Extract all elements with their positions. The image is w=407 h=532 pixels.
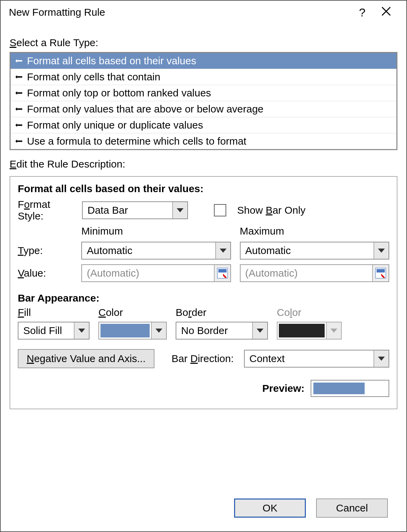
format-style-value: Data Bar bbox=[83, 204, 172, 216]
flag-icon bbox=[15, 123, 22, 128]
range-picker-button[interactable] bbox=[214, 265, 230, 281]
svg-marker-2 bbox=[15, 59, 22, 63]
min-value-field[interactable]: (Automatic) bbox=[81, 264, 231, 282]
chevron-down-icon bbox=[326, 322, 341, 339]
flag-icon bbox=[15, 139, 22, 144]
preview-bar bbox=[313, 383, 365, 394]
flag-icon bbox=[15, 107, 22, 111]
max-type-value: Automatic bbox=[241, 245, 374, 256]
min-type-value: Automatic bbox=[82, 245, 215, 256]
rule-type-item[interactable]: Use a formula to determine which cells t… bbox=[11, 133, 396, 149]
format-style-label: Format Style: bbox=[18, 199, 76, 222]
svg-marker-7 bbox=[15, 139, 22, 143]
format-style-combo[interactable]: Data Bar bbox=[82, 201, 188, 219]
preview-label: Preview: bbox=[262, 383, 304, 394]
bar-appearance-label: Bar Appearance: bbox=[18, 292, 389, 304]
bar-direction-value: Context bbox=[245, 353, 374, 364]
chevron-down-icon bbox=[215, 242, 230, 259]
rule-type-item[interactable]: Format only unique or duplicate values bbox=[11, 117, 396, 133]
bar-direction-combo[interactable]: Context bbox=[244, 350, 389, 368]
panel-title: Format all cells based on their values: bbox=[18, 183, 389, 195]
border-color-swatch bbox=[279, 324, 325, 337]
range-picker-icon bbox=[375, 267, 386, 279]
fill-color-combo[interactable] bbox=[98, 322, 167, 340]
chevron-down-icon bbox=[252, 322, 267, 339]
max-type-combo[interactable]: Automatic bbox=[240, 242, 390, 260]
close-icon bbox=[381, 6, 391, 16]
rule-type-text: Use a formula to determine which cells t… bbox=[27, 135, 246, 147]
rule-type-listbox[interactable]: Format all cells based on their values F… bbox=[10, 52, 397, 150]
fill-color-label: Color bbox=[98, 307, 167, 318]
range-picker-icon bbox=[217, 267, 228, 279]
max-value-field[interactable]: (Automatic) bbox=[240, 264, 390, 282]
ok-button[interactable]: OK bbox=[234, 498, 306, 518]
flag-icon bbox=[15, 75, 22, 79]
chevron-down-icon bbox=[74, 322, 89, 339]
chevron-down-icon bbox=[172, 202, 187, 218]
flag-icon bbox=[15, 58, 22, 63]
range-picker-button[interactable] bbox=[372, 265, 389, 281]
minimum-header: Minimum bbox=[81, 225, 231, 237]
titlebar: New Formatting Rule ? bbox=[1, 1, 406, 24]
fill-label: Fill bbox=[18, 307, 90, 318]
rule-description-panel: Format all cells based on their values: … bbox=[10, 176, 397, 409]
svg-marker-4 bbox=[15, 91, 22, 95]
new-formatting-rule-dialog: New Formatting Rule ? Select a Rule Type… bbox=[0, 0, 407, 532]
fill-value: Solid Fill bbox=[18, 325, 74, 336]
negative-value-axis-button[interactable]: Negative Value and Axis... bbox=[18, 349, 154, 368]
border-value: No Border bbox=[176, 325, 252, 336]
help-button[interactable]: ? bbox=[350, 6, 374, 19]
flag-icon bbox=[15, 91, 22, 95]
dialog-footer: OK Cancel bbox=[10, 498, 397, 524]
border-color-combo bbox=[277, 322, 342, 340]
rule-type-text: Format only unique or duplicate values bbox=[27, 119, 203, 131]
rule-type-item[interactable]: Format all cells based on their values bbox=[11, 53, 396, 69]
svg-marker-5 bbox=[15, 107, 22, 111]
min-type-combo[interactable]: Automatic bbox=[81, 242, 231, 260]
type-label: Type: bbox=[18, 245, 72, 256]
select-rule-type-label: Select a Rule Type: bbox=[10, 37, 397, 49]
svg-rect-9 bbox=[218, 269, 227, 272]
fill-combo[interactable]: Solid Fill bbox=[18, 322, 90, 340]
rule-type-text: Format only cells that contain bbox=[27, 71, 160, 83]
cancel-button[interactable]: Cancel bbox=[316, 498, 388, 518]
border-combo[interactable]: No Border bbox=[176, 322, 268, 340]
min-value-text: (Automatic) bbox=[82, 267, 214, 279]
border-color-label: Color bbox=[277, 307, 342, 318]
rule-type-item[interactable]: Format only top or bottom ranked values bbox=[11, 85, 396, 101]
close-button[interactable] bbox=[374, 6, 398, 19]
max-value-text: (Automatic) bbox=[241, 267, 372, 279]
bar-direction-label: Bar Direction: bbox=[172, 353, 234, 364]
svg-rect-12 bbox=[377, 269, 385, 272]
dialog-title: New Formatting Rule bbox=[9, 6, 350, 18]
svg-marker-3 bbox=[15, 75, 22, 79]
show-bar-only-checkbox[interactable] bbox=[214, 204, 226, 216]
value-label: Value: bbox=[18, 267, 72, 279]
rule-type-text: Format all cells based on their values bbox=[27, 55, 196, 67]
chevron-down-icon bbox=[151, 322, 166, 339]
rule-type-item[interactable]: Format only values that are above or bel… bbox=[11, 101, 396, 117]
edit-rule-desc-label: Edit the Rule Description: bbox=[10, 158, 397, 170]
maximum-header: Maximum bbox=[240, 225, 390, 237]
chevron-down-icon bbox=[374, 350, 389, 367]
svg-marker-6 bbox=[15, 123, 22, 127]
preview-box bbox=[311, 380, 389, 397]
rule-type-text: Format only top or bottom ranked values bbox=[27, 87, 211, 99]
chevron-down-icon bbox=[374, 242, 389, 259]
rule-type-item[interactable]: Format only cells that contain bbox=[11, 69, 396, 85]
show-bar-only-label: Show Bar Only bbox=[237, 204, 306, 216]
border-label: Border bbox=[176, 307, 268, 318]
rule-type-text: Format only values that are above or bel… bbox=[27, 103, 263, 115]
fill-color-swatch bbox=[100, 324, 150, 337]
